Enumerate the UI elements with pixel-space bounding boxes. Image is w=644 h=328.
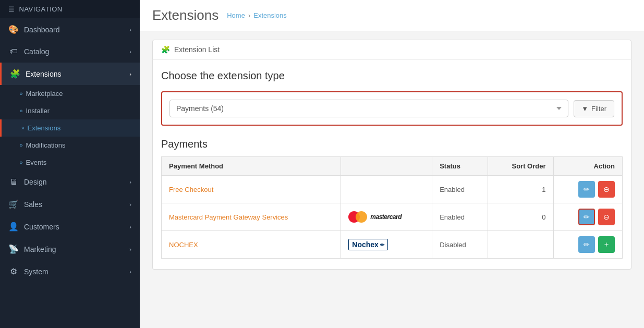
payments-title: Payments <box>161 138 623 150</box>
nav-header-label: NAVIGATION <box>19 5 63 13</box>
sidebar-item-system[interactable]: ⚙ System › <box>0 260 140 283</box>
filter-icon: ▼ <box>581 105 588 113</box>
sidebar-item-label: Marketing <box>24 245 56 253</box>
chevron-right-icon: › <box>129 27 131 33</box>
payments-table: Payment Method Status Sort Order Action … <box>161 156 623 259</box>
action-buttons: ✏ ＋ <box>561 236 615 253</box>
col-action: Action <box>553 157 623 176</box>
edit-button[interactable]: ✏ <box>578 181 595 198</box>
sidebar-item-label: Customers <box>24 223 59 231</box>
page-title: Extensions <box>152 7 218 23</box>
payment-name-cell: Mastercard Payment Gateway Services <box>162 203 341 231</box>
col-logo <box>341 157 432 176</box>
table-row: NOCHEX Nochex ✏ Disabled ✏ <box>162 231 623 259</box>
sidebar-sub-label: Extensions <box>28 124 61 132</box>
content-area: 🧩 Extension List Choose the extension ty… <box>140 31 644 328</box>
payment-name-link[interactable]: Mastercard Payment Gateway Services <box>169 213 288 221</box>
payment-name-link[interactable]: Free Checkout <box>169 186 213 193</box>
payment-name-link[interactable]: NOCHEX <box>169 241 198 249</box>
section-header: 🧩 Extension List <box>152 40 631 59</box>
nochex-icon: ✏ <box>380 242 384 248</box>
page-header: Extensions Home › Extensions <box>140 0 644 31</box>
payment-sort-order-cell <box>488 231 553 259</box>
section-body: Choose the extension type Payments (54) … <box>152 59 631 270</box>
sidebar-item-label: Catalog <box>24 47 49 56</box>
main-content: Extensions Home › Extensions 🧩 Extension… <box>140 0 644 328</box>
table-header-row: Payment Method Status Sort Order Action <box>162 157 623 176</box>
add-button[interactable]: ＋ <box>598 236 615 253</box>
chevron-right-icon: › <box>129 201 131 208</box>
sidebar-sub-item-extensions[interactable]: » Extensions <box>0 119 140 137</box>
marketing-icon: 📡 <box>8 244 19 254</box>
table-row: Mastercard Payment Gateway Services mast… <box>162 203 623 231</box>
sidebar-item-sales[interactable]: 🛒 Sales › <box>0 193 140 215</box>
sidebar-item-design[interactable]: 🖥 Design › <box>0 171 140 193</box>
section-header-label: Extension List <box>174 45 220 54</box>
sidebar-item-label: Sales <box>24 200 42 209</box>
col-status: Status <box>432 157 488 176</box>
delete-button[interactable]: ⊖ <box>598 209 615 225</box>
nochex-logo: Nochex ✏ <box>348 239 388 250</box>
action-buttons: ✏ ⊖ <box>561 181 615 198</box>
sub-arrow-icon: » <box>21 125 25 131</box>
col-payment-method: Payment Method <box>162 157 341 176</box>
sidebar-sub-item-marketplace[interactable]: » Marketplace <box>0 85 140 102</box>
extensions-icon: 🧩 <box>10 69 20 79</box>
system-icon: ⚙ <box>8 266 19 276</box>
payment-action-cell: ✏ ⊖ <box>553 203 623 231</box>
payment-logo-cell <box>341 176 432 203</box>
sidebar-item-marketing[interactable]: 📡 Marketing › <box>0 238 140 260</box>
sidebar-item-label: Dashboard <box>24 26 60 34</box>
payment-logo-cell: Nochex ✏ <box>341 231 432 259</box>
sidebar-sub-label: Events <box>26 159 47 166</box>
chevron-right-icon: › <box>129 246 131 252</box>
design-icon: 🖥 <box>8 177 19 187</box>
chevron-right-icon: › <box>129 269 131 275</box>
sub-arrow-icon: » <box>20 91 23 96</box>
sidebar-item-label: Extensions <box>26 70 61 78</box>
breadcrumb-separator: › <box>248 11 250 19</box>
sidebar-sub-label: Modifications <box>26 141 66 149</box>
delete-button[interactable]: ⊖ <box>598 181 615 198</box>
breadcrumb-home[interactable]: Home <box>227 11 245 19</box>
sidebar-sub-item-installer[interactable]: » Installer <box>0 102 140 119</box>
payment-name-cell: NOCHEX <box>162 231 341 259</box>
mastercard-logo: mastercard <box>348 211 424 223</box>
sub-arrow-icon: » <box>20 142 23 148</box>
sidebar-sub-item-events[interactable]: » Events <box>0 154 140 171</box>
payment-status-cell: Disabled <box>432 231 488 259</box>
hamburger-icon: ☰ <box>8 5 15 13</box>
extension-type-select[interactable]: Payments (54) <box>169 100 568 117</box>
payment-status-cell: Enabled <box>432 176 488 203</box>
chevron-right-icon: › <box>129 71 131 77</box>
breadcrumb-current[interactable]: Extensions <box>253 11 287 19</box>
nav-header: ☰ NAVIGATION <box>0 0 140 18</box>
payment-name-cell: Free Checkout <box>162 176 341 203</box>
payment-sort-order-cell: 1 <box>488 176 553 203</box>
edit-button-highlighted[interactable]: ✏ <box>578 209 595 225</box>
table-row: Free Checkout Enabled 1 ✏ ⊖ <box>162 176 623 203</box>
sub-arrow-icon: » <box>20 108 23 114</box>
sidebar-sub-item-modifications[interactable]: » Modifications <box>0 137 140 154</box>
payment-status-cell: Enabled <box>432 203 488 231</box>
sidebar-item-extensions[interactable]: 🧩 Extensions › <box>0 63 140 85</box>
sidebar-item-catalog[interactable]: 🏷 Catalog › <box>0 41 140 63</box>
dashboard-icon: 🎨 <box>8 25 19 34</box>
edit-button[interactable]: ✏ <box>578 236 595 253</box>
payment-sort-order-cell: 0 <box>488 203 553 231</box>
catalog-icon: 🏷 <box>8 47 19 56</box>
mastercard-text: mastercard <box>370 213 402 221</box>
chevron-right-icon: › <box>129 179 131 185</box>
sidebar-item-customers[interactable]: 👤 Customers › <box>0 215 140 238</box>
col-sort-order: Sort Order <box>488 157 553 176</box>
breadcrumb: Home › Extensions <box>227 11 287 19</box>
sub-arrow-icon: » <box>20 160 23 165</box>
filter-button[interactable]: ▼ Filter <box>574 100 614 117</box>
filter-box: Payments (54) ▼ Filter <box>161 91 623 126</box>
customers-icon: 👤 <box>8 222 19 232</box>
payment-action-cell: ✏ ＋ <box>553 231 623 259</box>
payment-logo-cell: mastercard <box>341 203 432 231</box>
sidebar-item-dashboard[interactable]: 🎨 Dashboard › <box>0 18 140 41</box>
sidebar-item-label: System <box>24 268 48 276</box>
sidebar-item-label: Design <box>24 178 47 186</box>
